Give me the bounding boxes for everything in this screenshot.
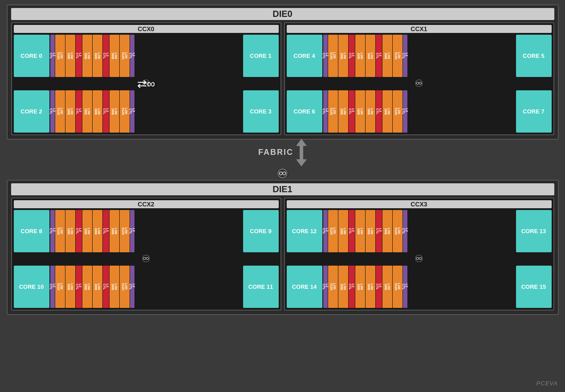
core7-label: CORE 7 [516,90,552,133]
c2l2m-b2: L2M512K [120,266,130,308]
ccx3-bottom-row: CORE 14 L2CTL L2M512K L3M1MB L3CTL L3M1M… [287,266,552,308]
c2l3m-b3: L3M1MB [93,266,102,308]
l2ctl-b1: L2CTL [50,90,55,133]
c1l3m-t2: L3M1MB [355,35,365,77]
c2l2m-t2: L2M512K [120,210,130,252]
c3l3m-t3: L3M1MB [366,210,375,252]
c3l3ctl-t2: L3CTL [376,210,382,252]
ccx0-cores: CORE 0 L2CTL L2M512K L3M1MB L3CTL L3M1MB… [14,35,279,133]
l3m-b4: L3M1MB [110,90,119,133]
c1l3m-b4: L3M1MB [382,90,392,133]
c1l3m-b2: L3M1MB [355,90,365,133]
l3ctl-b2: L3CTL [103,90,109,133]
core3-label: CORE 3 [243,90,279,133]
fabric-label: FABRIC [258,148,293,157]
ccx3-cache-top: L2CTL L2M512K L3M1MB L3CTL L3M1MB L3M1MB… [323,210,515,252]
c3l3m-b4: L3M1MB [382,266,392,308]
c3l3ctl-b2: L3CTL [376,266,382,308]
ccx2-title: CCX2 [14,200,279,208]
core14-label: CORE 14 [287,266,322,308]
c1l2m-t2: L2M512K [393,35,402,77]
core12-label: CORE 12 [287,210,322,252]
c2l3m-t2: L3M1MB [82,210,92,252]
c3l2ctl-b1: L2CTL [323,266,328,308]
c1l2m-t1: L2M512K [328,35,338,77]
core1-label: CORE 1 [243,35,279,77]
l3ctl1-block: L3CTL [76,35,82,77]
core6-label: CORE 6 [287,90,322,133]
core9-label: CORE 9 [243,210,279,252]
c3l2m-t1: L2M512K [328,210,338,252]
fabric-section: FABRIC ♾ [258,140,307,180]
c1l3ctl-t1: L3CTL [349,35,355,77]
ccx0-top-row: CORE 0 L2CTL L2M512K L3M1MB L3CTL L3M1MB… [14,35,279,77]
die1-container: DIE1 CCX2 CORE 8 L2CTL L2M512K L3M1MB L3… [7,180,559,315]
l2ctl2-block: L2CTL [130,35,134,77]
c1l2m-b1: L2M512K [328,90,338,133]
ccx1-inf-symbol: ♾ [415,78,423,89]
l2m-b2: L2M512K [120,90,130,133]
c1l3ctl-t2: L3CTL [376,35,382,77]
l3m4-block: L3M1MB [110,35,119,77]
fabric-arrow-container [296,139,307,166]
c2l2m-b1: L2M512K [55,266,65,308]
ccx3-cache-bottom: L2CTL L2M512K L3M1MB L3CTL L3M1MB L3M1MB… [323,266,515,308]
c1l3m-b3: L3M1MB [366,90,375,133]
ccx0-bottom-row: CORE 2 L2CTL L2M512K L3M1MB L3CTL L3M1MB… [14,90,279,133]
ccx2-inf-symbol: ♾ [142,253,150,265]
c2l3ctl-t1: L3CTL [76,210,82,252]
c3l2ctl-b2: L2CTL [403,266,407,308]
ccx2-top-row: CORE 8 L2CTL L2M512K L3M1MB L3CTL L3M1MB… [14,210,279,252]
core8-label: CORE 8 [14,210,49,252]
ccx2-bottom-row: CORE 10 L2CTL L2M512K L3M1MB L3CTL L3M1M… [14,266,279,308]
fabric-inf-symbol: ♾ [277,166,288,181]
watermark: PCEVA [537,380,558,387]
ccx0-cache-bottom: L2CTL L2M512K L3M1MB L3CTL L3M1MB L3M1MB… [50,90,242,133]
die0-container: DIE0 CCX0 CORE 0 L2CTL L2M512K L3M1MB L3… [7,4,559,140]
core2-label: CORE 2 [14,90,49,133]
c2l3m-t3: L3M1MB [93,210,102,252]
die1-ccx-row: CCX2 CORE 8 L2CTL L2M512K L3M1MB L3CTL L… [11,198,554,311]
l2ctl-b2: L2CTL [130,90,134,133]
ccx1-cache-bottom: L2CTL L2M512K L3M1MB L3CTL L3M1MB L3M1MB… [323,90,515,133]
ccx0-title: CCX0 [14,25,279,33]
c3l2m-t2: L2M512K [393,210,402,252]
l3ctl2-block: L3CTL [103,35,109,77]
c1l2ctl-t2: L2CTL [403,35,407,77]
c3l3m-b2: L3M1MB [355,266,365,308]
ccx3-inf-row: ♾ [287,252,552,266]
ccx3-block: CCX3 CORE 12 L2CTL L2M512K L3M1MB L3CTL … [284,198,554,311]
c1l2ctl-b2: L2CTL [403,90,407,133]
ccx3-inf-symbol: ♾ [415,253,423,265]
ccx1-inf-row: ♾ [287,77,552,90]
l2m-b1: L2M512K [55,90,65,133]
c1l2m-b2: L2M512K [393,90,402,133]
die0-title: DIE0 [11,8,554,20]
ccx2-inf-row: ♾ [14,252,279,266]
ccx3-title: CCX3 [287,200,552,208]
c1l3m-t3: L3M1MB [366,35,375,77]
c2l2ctl-b2: L2CTL [130,266,134,308]
fabric-row: FABRIC [258,139,307,166]
l3ctl-b1: L3CTL [76,90,82,133]
c1l3ctl-b2: L3CTL [376,90,382,133]
l3m1-block: L3M1MB [65,35,75,77]
ccx2-cache-top: L2CTL L2M512K L3M1MB L3CTL L3M1MB L3M1MB… [50,210,242,252]
c3l3m-t2: L3M1MB [355,210,365,252]
c3l3ctl-t1: L3CTL [349,210,355,252]
core15-label: CORE 15 [516,266,552,308]
l3m-b3: L3M1MB [93,90,102,133]
core13-label: CORE 13 [516,210,552,252]
ccx0-block: CCX0 CORE 0 L2CTL L2M512K L3M1MB L3CTL L… [11,22,281,135]
ccx1-title: CCX1 [287,25,552,33]
c3l3m-b1: L3M1MB [338,266,348,308]
ccx3-top-row: CORE 12 L2CTL L2M512K L3M1MB L3CTL L3M1M… [287,210,552,252]
c2l3m-b2: L3M1MB [82,266,92,308]
ccx0-inf-row: ⇄∞ ♾ [14,77,279,90]
ccx2-block: CCX2 CORE 8 L2CTL L2M512K L3M1MB L3CTL L… [11,198,281,311]
core4-label: CORE 4 [287,35,322,77]
ccx1-block: CCX1 CORE 4 L2CTL L2M512K L3M1MB L3CTL L… [284,22,554,135]
c2l3ctl-b1: L3CTL [76,266,82,308]
c3l2ctl-t2: L2CTL [403,210,407,252]
l3m-b2: L3M1MB [82,90,92,133]
